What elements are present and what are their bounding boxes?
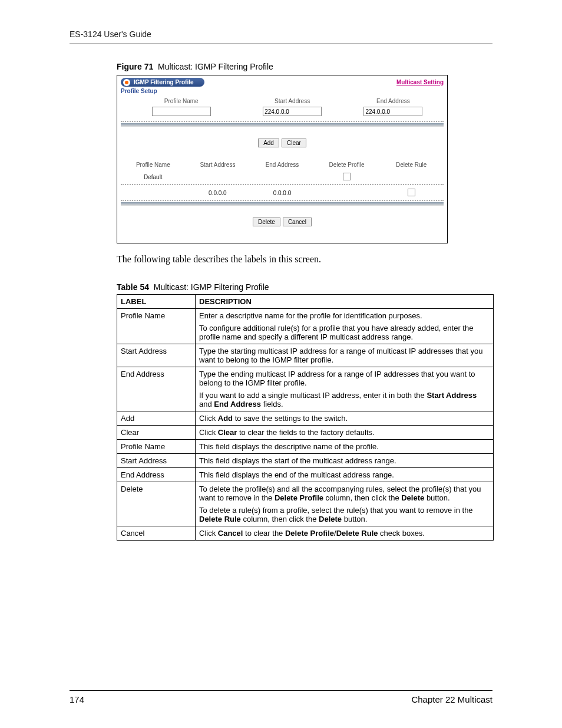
- description-cell: Type the ending multicast IP address for…: [196, 367, 494, 411]
- footer-rule: [70, 690, 492, 691]
- list-header-delete-profile: Delete Profile: [315, 162, 379, 168]
- description-cell: To delete the profile(s) and all the acc…: [196, 482, 494, 526]
- description-cell: Click Cancel to clear the Delete Profile…: [196, 526, 494, 541]
- figure-screenshot: IGMP Filtering Profile Multicast Setting…: [117, 75, 448, 243]
- list-header-delete-rule: Delete Rule: [379, 162, 444, 168]
- table-row: Profile NameEnter a descriptive name for…: [117, 309, 494, 344]
- table-header-description: DESCRIPTION: [196, 295, 494, 309]
- figure-caption: Figure 71 Multicast: IGMP Filtering Prof…: [117, 62, 492, 71]
- col-header-profile-name: Profile Name: [121, 98, 242, 104]
- delete-rule-checkbox[interactable]: [408, 189, 415, 196]
- figure-title: Multicast: IGMP Filtering Profile: [158, 62, 273, 71]
- screen-title-text: IGMP Filtering Profile: [134, 79, 194, 85]
- label-cell: Start Address: [117, 344, 196, 367]
- screen-title-tab: IGMP Filtering Profile: [121, 78, 204, 87]
- description-cell: Click Add to save the settings to the sw…: [196, 411, 494, 426]
- label-cell: Clear: [117, 426, 196, 440]
- description-cell: Type the starting multicast IP address f…: [196, 344, 494, 367]
- table-row: Start AddressThis field displays the sta…: [117, 454, 494, 468]
- cell-end-address: 0.0.0.0: [250, 190, 315, 196]
- intro-text: The following table describes the labels…: [117, 254, 492, 265]
- cell-start-address: 0.0.0.0: [186, 190, 250, 196]
- table-header-label: LABEL: [117, 295, 196, 309]
- label-cell: Add: [117, 411, 196, 426]
- doc-header: ES-3124 User's Guide: [70, 29, 492, 39]
- cell-profile-name: Default: [121, 174, 186, 180]
- label-cell: End Address: [117, 468, 196, 482]
- table-row: AddClick Add to save the settings to the…: [117, 411, 494, 426]
- table-row: Profile NameThis field displays the desc…: [117, 440, 494, 454]
- label-cell: Profile Name: [117, 309, 196, 344]
- table-row: End AddressThis field displays the end o…: [117, 468, 494, 482]
- description-cell: This field displays the descriptive name…: [196, 440, 494, 454]
- cancel-button[interactable]: Cancel: [283, 218, 312, 226]
- description-cell: Enter a descriptive name for the profile…: [196, 309, 494, 344]
- multicast-setting-link[interactable]: Multicast Setting: [396, 79, 444, 85]
- list-header-end-address: End Address: [250, 162, 315, 168]
- start-address-input[interactable]: [263, 107, 322, 116]
- col-header-end-address: End Address: [343, 98, 444, 104]
- table-label: Table 54: [117, 282, 149, 292]
- table-row: ClearClick Clear to clear the fields to …: [117, 426, 494, 440]
- header-rule: [70, 44, 492, 44]
- profile-setup-heading: Profile Setup: [117, 88, 447, 94]
- table-row: DeleteTo delete the profile(s) and all t…: [117, 482, 494, 526]
- label-cell: Start Address: [117, 454, 196, 468]
- page-number: 174: [70, 694, 84, 704]
- col-header-start-address: Start Address: [242, 98, 343, 104]
- description-cell: This field displays the start of the mul…: [196, 454, 494, 468]
- end-address-input[interactable]: [363, 107, 422, 116]
- list-header-profile-name: Profile Name: [121, 162, 186, 168]
- profile-name-input[interactable]: [152, 107, 211, 116]
- list-row: 0.0.0.0 0.0.0.0: [117, 186, 447, 200]
- label-cell: Delete: [117, 482, 196, 526]
- description-table: LABEL DESCRIPTION Profile NameEnter a de…: [117, 294, 494, 541]
- table-row: Start AddressType the starting multicast…: [117, 344, 494, 367]
- description-cell: This field displays the end of the multi…: [196, 468, 494, 482]
- table-caption: Table 54 Multicast: IGMP Filtering Profi…: [117, 282, 492, 292]
- label-cell: Cancel: [117, 526, 196, 541]
- table-row: End AddressType the ending multicast IP …: [117, 367, 494, 411]
- delete-button[interactable]: Delete: [253, 218, 280, 226]
- chapter-label: Chapter 22 Multicast: [411, 694, 492, 704]
- figure-label: Figure 71: [117, 62, 153, 71]
- table-title: Multicast: IGMP Filtering Profile: [154, 282, 269, 292]
- table-row: CancelClick Cancel to clear the Delete P…: [117, 526, 494, 541]
- label-cell: End Address: [117, 367, 196, 411]
- clear-button[interactable]: Clear: [282, 139, 306, 147]
- list-row: Default: [117, 170, 447, 184]
- description-cell: Click Clear to clear the fields to the f…: [196, 426, 494, 440]
- label-cell: Profile Name: [117, 440, 196, 454]
- delete-profile-checkbox[interactable]: [343, 173, 351, 180]
- list-header-start-address: Start Address: [186, 162, 250, 168]
- add-button[interactable]: Add: [258, 139, 279, 147]
